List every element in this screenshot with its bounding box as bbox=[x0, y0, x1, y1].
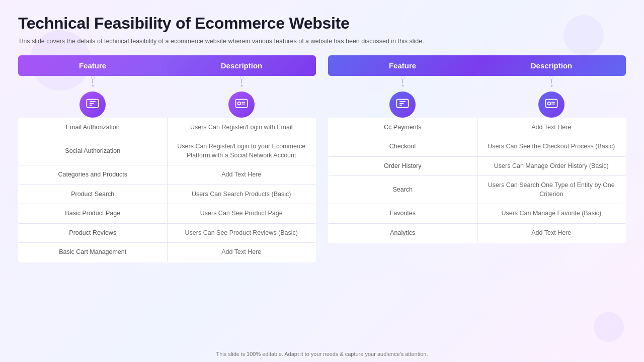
left-connector-row: ▾ ▾ bbox=[18, 76, 316, 118]
right-table-row: Order History Users Can Manage Order His… bbox=[329, 156, 626, 176]
left-feature-cell: Categories and Products bbox=[19, 165, 168, 185]
left-table-row: Basic Cart Management Add Text Here bbox=[19, 243, 316, 262]
right-table-row: Favorites Users Can Manage Favorite (Bas… bbox=[329, 204, 626, 224]
right-data-table: Cc Payments Add Text Here Checkout Users… bbox=[328, 118, 626, 243]
left-data-table: Email Authorization Users Can Register/L… bbox=[18, 118, 316, 262]
right-feature-cell: Order History bbox=[329, 156, 477, 176]
left-table-section: Feature Description ▾ bbox=[18, 55, 316, 262]
right-description-cell: Users Can Manage Order History (Basic) bbox=[477, 156, 626, 176]
left-description-cell: Users Can Search Products (Basic) bbox=[167, 185, 316, 204]
left-description-cell: Users Can Register/Login with Email bbox=[167, 118, 316, 137]
right-connector-arrow-2: ▾ bbox=[550, 83, 553, 88]
left-description-cell: Users Can Register/Login to your Ecommer… bbox=[167, 137, 316, 165]
left-description-cell: Users Can See Product Page bbox=[167, 204, 316, 224]
svg-point-13 bbox=[547, 102, 550, 105]
left-feature-cell: Product Search bbox=[19, 185, 168, 204]
page-title: Technical Feasibility of Ecommerce Websi… bbox=[18, 14, 626, 33]
right-description-cell: Add Text Here bbox=[477, 223, 626, 243]
right-feature-cell: Favorites bbox=[329, 204, 477, 224]
left-icon-slot-2: ▾ bbox=[167, 76, 316, 118]
right-icon-slot-1: ▾ bbox=[328, 76, 477, 118]
left-feature-cell: Email Authorization bbox=[19, 118, 168, 137]
left-description-cell: Add Text Here bbox=[167, 243, 316, 262]
left-feature-header: Feature bbox=[18, 55, 167, 76]
page-subtitle: This slide covers the details of technic… bbox=[18, 37, 626, 46]
left-table-header: Feature Description bbox=[18, 55, 316, 76]
left-feature-cell: Social Authorization bbox=[19, 137, 168, 165]
left-table-row: Categories and Products Add Text Here bbox=[19, 165, 316, 185]
right-connector-row: ▾ ▾ bbox=[328, 76, 626, 118]
right-feature-header: Feature bbox=[328, 55, 477, 76]
left-table-row: Email Authorization Users Can Register/L… bbox=[19, 118, 316, 137]
right-icon-2 bbox=[538, 92, 565, 118]
left-description-cell: Add Text Here bbox=[167, 165, 316, 185]
right-connector-arrow-1: ▾ bbox=[401, 83, 404, 88]
right-table-row: Search Users Can Search One Type of Enti… bbox=[329, 176, 626, 204]
left-description-cell: Users Can See Product Reviews (Basic) bbox=[167, 223, 316, 243]
connector-dot-1 bbox=[91, 76, 95, 79]
right-feature-cell: Search bbox=[329, 176, 477, 204]
right-table-row: Checkout Users Can See the Checkout Proc… bbox=[329, 137, 626, 157]
left-icon-slot-1: ▾ bbox=[18, 76, 167, 118]
left-icon-1 bbox=[79, 92, 106, 118]
connector-arrow-2: ▾ bbox=[240, 83, 243, 88]
right-icon-slot-2: ▾ bbox=[477, 76, 626, 118]
right-table-section: Feature Description ▾ bbox=[328, 55, 626, 243]
left-icon-2 bbox=[228, 92, 255, 118]
right-feature-cell: Checkout bbox=[329, 137, 477, 157]
right-description-cell: Users Can See the Checkout Process (Basi… bbox=[477, 137, 626, 157]
right-feature-cell: Cc Payments bbox=[329, 118, 477, 137]
right-connector-dot-1 bbox=[401, 76, 405, 79]
right-description-cell: Add Text Here bbox=[477, 118, 626, 137]
svg-point-5 bbox=[237, 102, 240, 105]
right-feature-cell: Analytics bbox=[329, 223, 477, 243]
right-description-cell: Users Can Manage Favorite (Basic) bbox=[477, 204, 626, 224]
right-table-row: Analytics Add Text Here bbox=[329, 223, 626, 243]
right-icon-1 bbox=[389, 92, 416, 118]
left-table-row: Product Reviews Users Can See Product Re… bbox=[19, 223, 316, 243]
footer-note: This slide is 100% editable. Adapt it to… bbox=[216, 351, 428, 357]
left-table-row: Product Search Users Can Search Products… bbox=[19, 185, 316, 204]
connector-arrow-1: ▾ bbox=[92, 83, 94, 88]
left-feature-cell: Basic Product Page bbox=[19, 204, 168, 224]
right-table-header: Feature Description bbox=[328, 55, 626, 76]
left-description-header: Description bbox=[167, 55, 316, 76]
connector-dot-2 bbox=[240, 76, 244, 79]
right-description-header: Description bbox=[477, 55, 626, 76]
left-feature-cell: Basic Cart Management bbox=[19, 243, 168, 262]
left-table-row: Basic Product Page Users Can See Product… bbox=[19, 204, 316, 224]
right-description-cell: Users Can Search One Type of Entity by O… bbox=[477, 176, 626, 204]
left-table-row: Social Authorization Users Can Register/… bbox=[19, 137, 316, 165]
right-table-row: Cc Payments Add Text Here bbox=[329, 118, 626, 137]
right-connector-dot-2 bbox=[550, 76, 553, 79]
left-feature-cell: Product Reviews bbox=[19, 223, 168, 243]
